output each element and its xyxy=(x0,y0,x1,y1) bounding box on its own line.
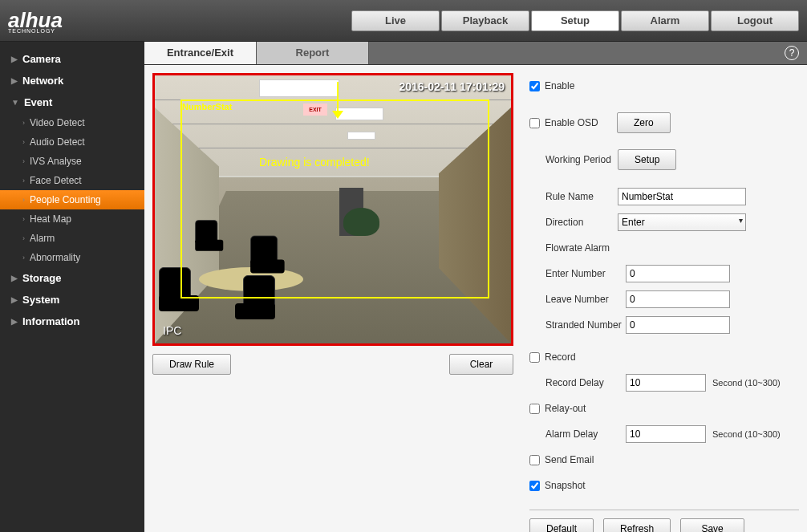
subtab-entrance-exit[interactable]: Entrance/Exit xyxy=(144,42,257,64)
working-period-label: Working Period xyxy=(545,154,618,165)
nav-face-detect[interactable]: ›Face Detect xyxy=(0,171,144,190)
brand-logo: alhua TECHNOLOGY xyxy=(8,5,63,37)
send-email-label: Send Email xyxy=(545,454,594,465)
chevron-right-icon: › xyxy=(22,234,25,242)
rule-name-input[interactable] xyxy=(618,188,746,205)
chevron-right-icon: ▶ xyxy=(11,295,18,304)
arrow-down-icon xyxy=(332,111,343,119)
enter-number-input[interactable] xyxy=(626,265,730,282)
zero-button[interactable]: Zero xyxy=(617,112,671,133)
detection-label: NumberStat xyxy=(182,102,232,112)
leave-number-input[interactable] xyxy=(626,290,730,308)
detection-zone xyxy=(180,99,489,298)
enable-osd-checkbox[interactable] xyxy=(529,118,540,128)
nav-heat-map[interactable]: ›Heat Map xyxy=(0,209,144,229)
direction-select[interactable]: Enter xyxy=(618,213,746,231)
tab-setup[interactable]: Setup xyxy=(531,10,619,31)
chevron-right-icon: ▶ xyxy=(11,317,18,326)
nav-storage[interactable]: ▶Storage xyxy=(0,267,144,289)
nav-camera[interactable]: ▶Camera xyxy=(0,48,144,70)
snapshot-label: Snapshot xyxy=(545,480,586,491)
flowrate-header: Flowrate Alarm xyxy=(545,242,610,254)
tab-live[interactable]: Live xyxy=(351,10,440,31)
chevron-right-icon: ▶ xyxy=(11,274,18,282)
chevron-right-icon: › xyxy=(22,254,25,262)
video-timestamp: 2016-02-11 17:01:29 xyxy=(399,80,505,93)
refresh-button[interactable]: Refresh xyxy=(603,518,671,532)
drawing-status: Drawing is completed! xyxy=(259,156,370,169)
nav-system[interactable]: ▶System xyxy=(0,289,144,311)
alarm-delay-label: Alarm Delay xyxy=(545,428,626,440)
enable-osd-label: Enable OSD xyxy=(545,117,617,128)
rule-name-label: Rule Name xyxy=(545,191,618,202)
nav-network[interactable]: ▶Network xyxy=(0,70,144,91)
chevron-right-icon: › xyxy=(22,196,25,204)
nav-ivs-analyse[interactable]: ›IVS Analyse xyxy=(0,152,144,171)
leave-number-label: Leave Number xyxy=(545,294,626,305)
nav-people-counting[interactable]: ›People Counting xyxy=(0,190,144,209)
nav-information[interactable]: ▶Information xyxy=(0,311,144,332)
chevron-right-icon: › xyxy=(22,138,25,146)
sidebar: ▶Camera ▶Network ▼Event ›Video Detect ›A… xyxy=(0,42,144,532)
video-watermark: IPC xyxy=(163,324,181,337)
enter-number-label: Enter Number xyxy=(545,268,626,279)
snapshot-checkbox[interactable] xyxy=(529,481,540,491)
save-button[interactable]: Save xyxy=(680,518,744,532)
chevron-right-icon: › xyxy=(22,119,25,127)
nav-event[interactable]: ▼Event xyxy=(0,91,144,113)
video-preview[interactable]: EXIT NumberStat Drawing is com xyxy=(152,73,513,346)
chevron-right-icon: › xyxy=(22,177,25,185)
direction-label: Direction xyxy=(545,217,618,228)
record-delay-unit: Second (10~300) xyxy=(712,378,781,388)
nav-video-detect[interactable]: ›Video Detect xyxy=(0,113,144,132)
tab-logout[interactable]: Logout xyxy=(711,10,799,31)
subtab-report[interactable]: Report xyxy=(257,42,369,64)
stranded-number-label: Stranded Number xyxy=(545,319,626,331)
chevron-right-icon: ▶ xyxy=(11,55,18,63)
record-delay-input[interactable] xyxy=(626,374,706,392)
alarm-delay-input[interactable] xyxy=(626,425,706,443)
help-icon[interactable]: ? xyxy=(785,46,799,60)
tab-playback[interactable]: Playback xyxy=(441,10,529,31)
alarm-delay-unit: Second (10~300) xyxy=(712,429,781,439)
relay-out-label: Relay-out xyxy=(545,403,586,414)
send-email-checkbox[interactable] xyxy=(529,455,540,465)
tab-alarm[interactable]: Alarm xyxy=(621,10,709,31)
nav-audio-detect[interactable]: ›Audio Detect xyxy=(0,132,144,152)
settings-form: Enable Enable OSD Zero Working Period Se… xyxy=(529,73,799,532)
chevron-right-icon: ▶ xyxy=(11,76,18,85)
sub-tabs: Entrance/Exit Report ? xyxy=(144,42,807,65)
top-nav-tabs: Live Playback Setup Alarm Logout xyxy=(351,10,799,31)
clear-button[interactable]: Clear xyxy=(449,354,513,375)
record-label: Record xyxy=(545,351,576,363)
header-bar: alhua TECHNOLOGY Live Playback Setup Ala… xyxy=(0,0,807,42)
chevron-right-icon: › xyxy=(22,215,25,223)
nav-abnormality[interactable]: ›Abnormality xyxy=(0,248,144,267)
record-delay-label: Record Delay xyxy=(545,377,626,388)
relay-out-checkbox[interactable] xyxy=(529,404,540,414)
chevron-down-icon: ▼ xyxy=(11,98,19,107)
stranded-number-input[interactable] xyxy=(626,316,730,334)
logo-subtitle: TECHNOLOGY xyxy=(8,28,63,34)
record-checkbox[interactable] xyxy=(529,352,540,363)
enable-checkbox[interactable] xyxy=(529,81,540,91)
chevron-right-icon: › xyxy=(22,157,25,165)
draw-rule-button[interactable]: Draw Rule xyxy=(152,354,231,375)
enable-label: Enable xyxy=(545,80,574,91)
nav-alarm[interactable]: ›Alarm xyxy=(0,229,144,248)
default-button[interactable]: Default xyxy=(529,518,594,532)
working-period-setup-button[interactable]: Setup xyxy=(618,149,676,170)
